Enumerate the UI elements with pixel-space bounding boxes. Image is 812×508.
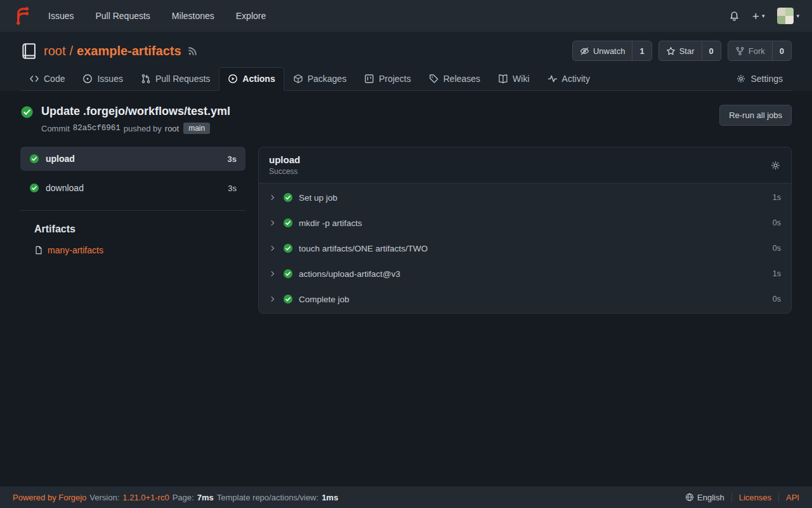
tab-settings[interactable]: Settings [727,67,792,91]
api-link[interactable]: API [778,493,799,502]
job-options-button[interactable] [770,160,781,171]
rss-feed-button[interactable] [188,46,197,56]
artifacts-heading: Artifacts [20,224,246,235]
gear-icon [770,160,781,171]
nav-item-milestones[interactable]: Milestones [172,11,214,21]
step-duration: 0s [773,295,781,304]
branch-badge[interactable]: main [183,123,210,134]
tab-label: Actions [242,74,275,84]
repo-name-link[interactable]: example-artifacts [77,44,181,58]
tab-label: Issues [97,74,122,84]
artifact-name: many-artifacts [48,245,103,255]
repo-owner-link[interactable]: root [44,44,65,58]
version-label: Version: [89,493,119,502]
nav-item-pull-requests[interactable]: Pull Requests [95,11,150,21]
forgejo-logo[interactable] [13,6,32,25]
tag-icon [429,74,439,84]
pushed-by-text: pushed by [124,124,162,133]
code-icon [29,74,39,84]
step-row-mkdir[interactable]: mkdir -p artifacts 0s [259,210,791,236]
tab-label: Packages [308,74,346,84]
package-icon [293,74,303,84]
commit-sha-link[interactable]: 82a5cf6961 [73,124,121,133]
rerun-all-jobs-button[interactable]: Re-run all jobs [719,105,792,126]
powered-by-link[interactable]: Powered by Forgejo [13,493,86,502]
stars-count[interactable]: 0 [702,41,721,60]
job-item-upload[interactable]: upload 3s [20,147,246,171]
tab-actions[interactable]: Actions [219,67,284,91]
user-menu-button[interactable]: ▾ [777,8,799,24]
artifact-link-many-artifacts[interactable]: many-artifacts [20,245,246,255]
repo-action-buttons: Unwatch 1 Star 0 [572,41,792,61]
tab-label: Settings [750,74,783,84]
nav-item-issues[interactable]: Issues [48,11,74,21]
step-row-set-up-job[interactable]: Set up job 1s [259,185,791,210]
step-row-upload-artifact[interactable]: actions/upload-artifact@v3 1s [259,261,791,286]
step-name: touch artifacts/ONE artifacts/TWO [299,244,428,253]
unwatch-button[interactable]: Unwatch [573,41,632,60]
nav-item-explore[interactable]: Explore [236,11,266,21]
job-panel-header: upload Success [259,147,791,183]
create-new-button[interactable]: + ▾ [752,10,765,22]
tab-label: Activity [562,74,590,84]
step-duration: 1s [773,193,781,202]
job-name: upload [46,154,75,164]
chevron-down-icon: ▾ [796,13,799,19]
page-time-label: Page: [173,493,194,502]
version-link[interactable]: 1.21.0+1-rc0 [122,493,169,502]
repo-icon [20,43,37,60]
step-duration: 1s [773,269,781,278]
tab-packages[interactable]: Packages [284,67,355,91]
run-success-check-icon [20,105,34,119]
fork-button[interactable]: Fork [728,41,772,60]
step-duration: 0s [773,218,781,227]
tab-code[interactable]: Code [20,67,74,91]
step-row-touch[interactable]: touch artifacts/ONE artifacts/TWO 0s [259,236,791,261]
chevron-right-icon [269,295,277,303]
forgejo-logo-icon [13,6,32,25]
gear-icon [736,74,746,84]
unwatch-label: Unwatch [593,46,625,56]
star-button[interactable]: Star [659,41,702,60]
tab-label: Code [44,74,65,84]
footer: Powered by Forgejo Version: 1.21.0+1-rc0… [0,486,812,508]
commit-line: Commit 82a5cf6961 pushed by root main [41,123,230,134]
file-icon [34,246,43,255]
tab-activity[interactable]: Activity [539,67,599,91]
tab-issues[interactable]: Issues [74,67,131,91]
project-board-icon [364,74,374,84]
step-duration: 0s [773,244,781,253]
step-success-check-icon [283,269,293,279]
tab-pull-requests[interactable]: Pull Requests [132,67,219,91]
pusher-link[interactable]: root [165,124,179,133]
tab-wiki[interactable]: Wiki [489,67,538,91]
forks-count[interactable]: 0 [772,41,791,60]
step-name: actions/upload-artifact@v3 [299,269,400,279]
job-item-download[interactable]: download 3s [20,176,246,200]
job-duration: 3s [228,184,237,193]
licenses-link[interactable]: Licenses [731,493,778,502]
job-panel-status: Success [269,167,300,176]
job-duration: 3s [228,154,237,164]
repo-header: root / example-artifacts [0,32,812,91]
sidebar-divider [20,210,246,211]
tab-projects[interactable]: Projects [355,67,420,91]
fork-button-group: Fork 0 [728,41,792,61]
bell-icon [729,11,740,22]
step-row-complete-job[interactable]: Complete job 0s [259,286,791,312]
step-name: Set up job [299,193,337,203]
chevron-right-icon [269,219,277,227]
language-label: English [697,493,724,502]
pull-request-icon [141,74,151,84]
repo-tab-bar: Code Issues Pull Requests Actions [20,67,792,91]
watchers-count[interactable]: 1 [632,41,651,60]
tab-releases[interactable]: Releases [420,67,489,91]
step-success-check-icon [283,192,293,203]
tab-label: Pull Requests [155,74,210,84]
template-time-label: Template repo/actions/view: [217,493,318,502]
language-selector[interactable]: English [678,493,731,502]
notifications-button[interactable] [729,11,740,22]
rss-icon [188,46,197,56]
template-time-value: 1ms [322,493,338,502]
globe-icon [685,493,694,502]
